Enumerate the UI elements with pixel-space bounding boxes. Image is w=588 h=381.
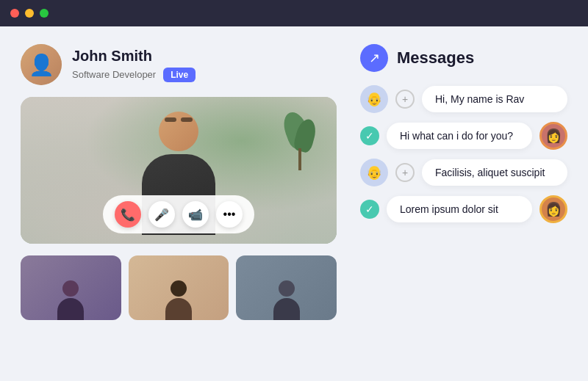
app-body: John Smith Software Developer Live [0, 26, 588, 381]
video-controls: 📞 🎤 📹 ••• [103, 195, 254, 233]
messages-title: Messages [397, 48, 474, 68]
messages-icon: ↗ [360, 44, 388, 72]
msg-avatar-1: 👴 [360, 85, 388, 113]
profile-info: John Smith Software Developer Live [72, 48, 196, 82]
thumbnail-2[interactable] [129, 255, 229, 320]
right-panel: ↗ Messages 👴 + Hi, My name is Rav ✓ Hi w… [360, 44, 567, 363]
message-4: ✓ Lorem ipsum dolor sit 👩 [360, 195, 567, 223]
minimize-dot[interactable] [25, 9, 34, 18]
plant-decoration [278, 112, 315, 170]
msg-avatar-3: 👴 [360, 159, 388, 186]
arrow-up-right-icon: ↗ [369, 50, 380, 66]
message-3: 👴 + Facilisis, aliquet suscipit [360, 159, 567, 186]
profile-row: John Smith Software Developer Live [21, 44, 337, 85]
more-button[interactable]: ••• [216, 201, 243, 228]
title-bar [0, 0, 588, 26]
profile-title: Software Developer [72, 69, 156, 80]
messages-header: ↗ Messages [360, 44, 567, 72]
main-video: 📞 🎤 📹 ••• [21, 97, 337, 244]
close-dot[interactable] [10, 9, 19, 18]
msg-status-check-4: ✓ [360, 200, 379, 219]
msg-status-plus-1: + [395, 90, 415, 109]
person-head [159, 112, 198, 151]
msg-avatar-right-4: 👩 [539, 195, 567, 223]
profile-name: John Smith [72, 48, 196, 65]
avatar-image [21, 44, 62, 85]
avatar [21, 44, 62, 85]
camera-button[interactable]: 📹 [182, 201, 209, 228]
mic-button[interactable]: 🎤 [148, 201, 175, 228]
messages-list: 👴 + Hi, My name is Rav ✓ Hi what can i d… [360, 85, 567, 223]
phone-button[interactable]: 📞 [115, 201, 141, 228]
msg-bubble-2: Hi what can i do for you? [387, 123, 532, 149]
left-panel: John Smith Software Developer Live [21, 44, 337, 363]
msg-status-check-2: ✓ [360, 126, 379, 145]
profile-sub-row: Software Developer Live [72, 68, 196, 82]
thumbnail-1[interactable] [21, 255, 121, 320]
msg-bubble-4: Lorem ipsum dolor sit [387, 196, 532, 222]
msg-avatar-right-2: 👩 [539, 122, 567, 150]
msg-status-plus-3: + [395, 163, 415, 182]
message-1: 👴 + Hi, My name is Rav [360, 85, 567, 113]
msg-bubble-1: Hi, My name is Rav [422, 86, 567, 112]
maximize-dot[interactable] [40, 9, 49, 18]
msg-bubble-3: Facilisis, aliquet suscipit [422, 159, 567, 186]
thumbnail-3[interactable] [236, 255, 337, 320]
thumbnails-row [21, 255, 337, 320]
live-badge: Live [163, 68, 196, 82]
message-2: ✓ Hi what can i do for you? 👩 [360, 122, 567, 150]
